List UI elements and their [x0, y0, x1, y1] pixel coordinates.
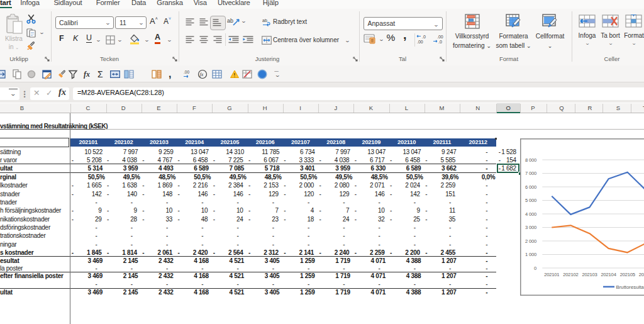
svg-text:202105: 202105	[619, 272, 635, 277]
svg-text:202102: 202102	[563, 272, 578, 277]
svg-text:1 000: 1 000	[525, 252, 536, 257]
svg-text:ab: ab	[227, 18, 233, 24]
svg-text:8 000: 8 000	[525, 157, 536, 162]
svg-text:202101: 202101	[544, 272, 559, 277]
svg-text:.00: .00	[417, 40, 423, 44]
svg-text:.00: .00	[184, 70, 189, 74]
svg-text:4 000: 4 000	[525, 211, 536, 216]
svg-text:3 000: 3 000	[525, 225, 536, 230]
svg-text:fx: fx	[84, 70, 90, 79]
svg-text:.0: .0	[422, 35, 426, 39]
svg-text:7 000: 7 000	[525, 170, 536, 176]
svg-text:202106: 202106	[638, 272, 644, 277]
svg-text:Σ: Σ	[97, 69, 103, 79]
svg-text:202103: 202103	[582, 272, 597, 277]
svg-text:202104: 202104	[601, 272, 616, 277]
svg-text:,: ,	[169, 69, 171, 79]
svg-text:6 000: 6 000	[525, 184, 536, 189]
svg-text:ab: ab	[262, 18, 267, 23]
svg-text:2 000: 2 000	[525, 238, 536, 243]
svg-text:Bruttoresultat: Bruttoresultat	[616, 284, 644, 289]
svg-text:fx: fx	[199, 72, 203, 77]
svg-text:0: 0	[533, 265, 536, 271]
svg-text:5 000: 5 000	[525, 198, 536, 203]
